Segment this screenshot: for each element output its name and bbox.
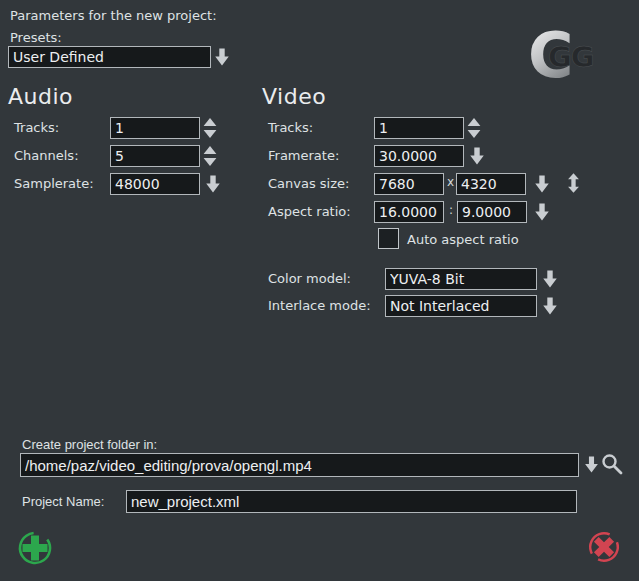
video-framerate-input[interactable] [374,145,464,167]
spinner-up-down-icon [467,117,481,139]
create-folder-label: Create project folder in: [22,437,157,452]
video-tracks-label: Tracks: [268,120,313,135]
audio-samplerate-label: Samplerate: [14,176,94,191]
presets-label: Presets: [10,30,62,45]
canvas-size-separator: x [447,175,454,189]
arrow-down-icon [214,48,230,66]
video-section-heading: Video [262,84,326,109]
video-tracks-tumbler[interactable] [467,117,481,139]
presets-dropdown-button[interactable] [214,48,230,66]
aspect-width-input[interactable] [374,201,444,223]
magnifier-icon [601,453,623,475]
arrow-down-icon [534,203,550,221]
presets-input[interactable] [8,46,211,68]
interlace-mode-dropdown-button[interactable] [542,297,558,315]
canvas-height-input[interactable] [456,173,526,195]
arrow-down-icon [205,175,221,193]
double-arrow-icon [567,173,580,193]
audio-channels-tumbler[interactable] [203,145,217,167]
audio-tracks-label: Tracks: [14,120,59,135]
audio-tracks-input[interactable] [110,117,200,139]
browse-folder-button[interactable] [601,453,623,475]
video-aspect-ratio-label: Aspect ratio: [268,204,351,219]
arrow-down-icon [469,147,485,165]
aspect-ratio-separator: : [449,203,453,217]
auto-aspect-ratio-checkbox[interactable] [378,228,399,249]
cancel-button[interactable] [585,528,623,566]
arrow-down-icon [542,270,558,288]
canvas-width-input[interactable] [374,173,444,195]
spinner-up-down-icon [203,145,217,167]
audio-section-heading: Audio [8,84,73,109]
project-name-input[interactable] [126,490,577,513]
video-tracks-input[interactable] [374,117,464,139]
aspect-ratio-dropdown-button[interactable] [534,203,550,221]
video-canvas-size-label: Canvas size: [268,176,349,191]
aspect-height-input[interactable] [457,201,527,223]
logo-letters-gg: GG [548,40,594,74]
canvas-swap-dimensions-button[interactable] [567,173,580,193]
color-model-input[interactable] [385,268,537,290]
canvas-size-dropdown-button[interactable] [534,175,550,193]
audio-samplerate-dropdown-button[interactable] [205,175,221,193]
folder-path-dropdown-button[interactable] [584,456,599,473]
arrow-down-icon [584,456,599,473]
auto-aspect-ratio-label: Auto aspect ratio [407,232,519,247]
audio-channels-input[interactable] [110,145,200,167]
arrow-down-icon [542,297,558,315]
audio-samplerate-input[interactable] [110,173,200,195]
x-circle-icon [585,528,623,566]
spinner-up-down-icon [203,117,217,139]
project-folder-path-input[interactable] [20,453,579,477]
ok-button[interactable] [15,528,55,568]
audio-tracks-tumbler[interactable] [203,117,217,139]
interlace-mode-label: Interlace mode: [268,298,371,313]
dialog-title: Parameters for the new project: [10,8,217,23]
color-model-dropdown-button[interactable] [542,270,558,288]
audio-channels-label: Channels: [14,148,79,163]
project-name-label: Project Name: [22,494,104,509]
plus-circle-icon [15,528,55,568]
arrow-down-icon [534,175,550,193]
app-logo: C GG [518,18,618,84]
video-framerate-label: Framerate: [268,148,339,163]
interlace-mode-input[interactable] [385,295,537,317]
video-framerate-dropdown-button[interactable] [469,147,485,165]
color-model-label: Color model: [268,271,351,286]
